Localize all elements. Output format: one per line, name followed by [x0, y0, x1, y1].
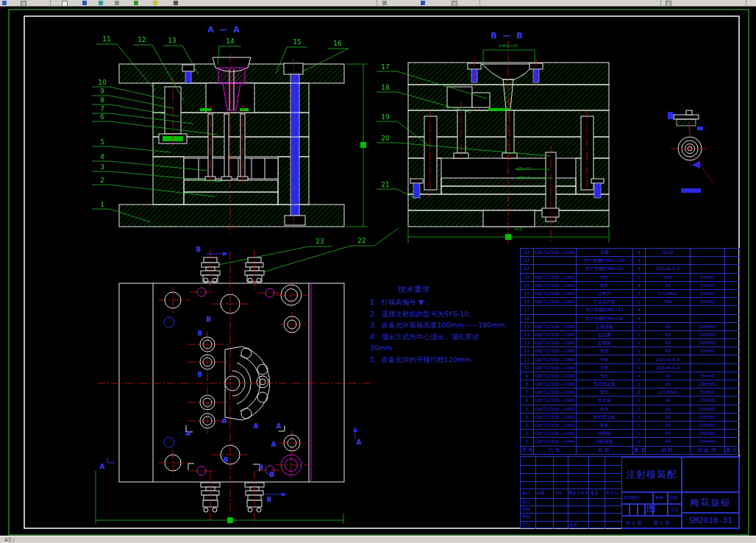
- bom-cell: 主流道衬套: [577, 298, 633, 306]
- bom-cell: 55HRC: [691, 281, 725, 289]
- tech-requirements-title: 技术要求: [398, 284, 530, 295]
- bom-cell: [691, 265, 725, 273]
- balloon-number: 15: [293, 38, 301, 46]
- bom-table: 24GB/T12556—1990水嘴4Q23523内六角螺钉M6×120422内…: [520, 248, 739, 456]
- bom-row: 9GB/T12556—1990导柱44555HRC: [521, 372, 740, 380]
- bom-cell: 20: [521, 281, 534, 289]
- section-mark-letters: BBBBBBBBAAAAAAA: [100, 246, 362, 503]
- bom-row: 15GB/T12556—1990定模座板145200HBS: [521, 322, 740, 330]
- label-count: 处数: [537, 491, 545, 496]
- section-view-a-a: A — A: [92, 25, 399, 274]
- label-draft: 制图: [522, 507, 530, 512]
- balloon-number: 18: [381, 84, 390, 91]
- bom-cell: 4: [633, 306, 646, 314]
- bom-cell: 内六角螺钉M6×120: [577, 257, 633, 265]
- status-bar[interactable]: A3 /: [0, 536, 756, 543]
- bom-cell: 45: [646, 421, 691, 429]
- part-detail-view: [668, 110, 713, 193]
- bom-cell: 45: [646, 413, 691, 421]
- bom-cell: 导柱: [577, 273, 633, 281]
- bom-cell: 45: [646, 322, 691, 330]
- bom-row: 19GB/T12556—1990拉料杆3Cr12MoV55HRC: [521, 289, 740, 297]
- section-mark-letter: B: [207, 316, 212, 323]
- section-mark-letter: A: [254, 422, 259, 430]
- bom-cell: 18: [521, 298, 534, 306]
- bom-cell: 45: [646, 430, 691, 438]
- balloon-number: 21: [381, 181, 389, 188]
- bom-cell: 23: [521, 257, 534, 265]
- bom-cell: 热处理: [691, 446, 725, 454]
- section-mark-letter: B: [196, 246, 202, 253]
- bom-cell: [534, 257, 577, 265]
- section-mark-letter: B: [267, 496, 272, 503]
- bom-cell: 1: [633, 421, 646, 429]
- dimension-label: φ25×25: [516, 166, 531, 171]
- balloon-number: 23: [315, 238, 324, 245]
- bom-cell: 内六角螺钉M6×30: [577, 314, 633, 322]
- bom-cell: [691, 314, 725, 322]
- label-change-file: 更改文件号: [568, 491, 589, 496]
- bom-cell: 200HBS: [691, 339, 725, 347]
- label-check: 审核: [522, 514, 530, 519]
- bom-cell: 55HRC: [691, 273, 725, 281]
- bom-cell: GB/T12556—1990: [534, 347, 577, 355]
- bom-cell: [691, 249, 725, 257]
- bom-cell: 定模板: [577, 339, 633, 347]
- bom-cell: Cr12MoV: [646, 289, 691, 297]
- balloon-number: 6: [100, 113, 104, 121]
- bom-cell: 推杆: [577, 281, 633, 289]
- section-mark-letter: A: [222, 417, 227, 425]
- bom-cell: 55HRC: [691, 289, 725, 297]
- bom-row: 12GB/T12556—1990推管14555HRC: [521, 347, 740, 355]
- balloon-number: 19: [381, 113, 390, 121]
- bom-cell: 动模座板: [577, 438, 633, 446]
- bom-row: 20GB/T12556—1990推杆44555HRC: [521, 281, 740, 289]
- balloon-number: 3: [100, 163, 104, 171]
- bom-cell: 代号: [534, 446, 577, 454]
- bom-cell: 45: [646, 347, 691, 355]
- bom-row: 16内六角螺钉M6×304: [521, 314, 740, 322]
- dimension-label: φ12: [515, 227, 522, 232]
- bom-cell: GB/T12556—1990: [534, 289, 577, 297]
- bom-cell: 45: [646, 281, 691, 289]
- balloon-number: 17: [381, 63, 389, 71]
- technical-requirements: 技术要求 1、打模具编号 ▼ 。2、选择注射机的型号为SYS-10。3、设备允许…: [370, 284, 530, 365]
- part-name: 梅花旋钮: [682, 492, 740, 513]
- balloon-number: 4: [100, 153, 104, 160]
- balloon-number: 8: [100, 96, 104, 104]
- balloon-number: 5: [100, 138, 104, 146]
- bom-cell: 材料: [646, 446, 691, 454]
- bom-cell: [691, 257, 725, 265]
- bom-cell: 200HBS: [691, 430, 725, 438]
- section-mark-letter: B: [224, 456, 229, 464]
- bom-cell: GB/T12556—1990: [534, 380, 577, 388]
- label-sign: 签名: [591, 491, 599, 496]
- bom-row: 1GB/T12556—1990动模座板145200HBS: [521, 438, 740, 446]
- bom-cell: 1: [633, 355, 646, 363]
- bom-cell: 1: [633, 322, 646, 330]
- bom-cell: 45: [646, 405, 691, 413]
- bom-cell: [725, 249, 740, 257]
- bom-cell: 11: [521, 355, 534, 363]
- bom-cell: 19: [521, 289, 534, 297]
- bom-cell: [691, 306, 725, 314]
- bom-cell: 15: [521, 322, 534, 330]
- bom-cell: 16: [521, 314, 534, 322]
- bom-cell: [691, 363, 725, 372]
- bom-cell: 17: [521, 306, 534, 314]
- bom-cell: 55HRC: [691, 372, 725, 380]
- bom-cell: 1: [633, 273, 646, 281]
- label-mark: 标记: [522, 491, 530, 496]
- bom-cell: 名称: [577, 446, 633, 454]
- balloon-number: 20: [381, 135, 390, 142]
- bom-cell: [725, 438, 740, 446]
- bom-cell: 数量: [633, 446, 646, 454]
- bom-cell: 拉料杆: [577, 289, 633, 297]
- bom-row: 14GB/T12556—1990定位圈145200HBS: [521, 330, 740, 338]
- section-mark-letter: A: [186, 430, 191, 437]
- bom-row: 4GB/T12556—1990推杆固定板145200HBS: [521, 413, 740, 421]
- bom-cell: [646, 257, 691, 265]
- bom-row: 5GB/T12556—1990垫块245200HBS: [521, 405, 740, 413]
- bom-cell: GB/T12556—1990: [534, 249, 577, 257]
- section-mark-letter: A: [271, 441, 277, 448]
